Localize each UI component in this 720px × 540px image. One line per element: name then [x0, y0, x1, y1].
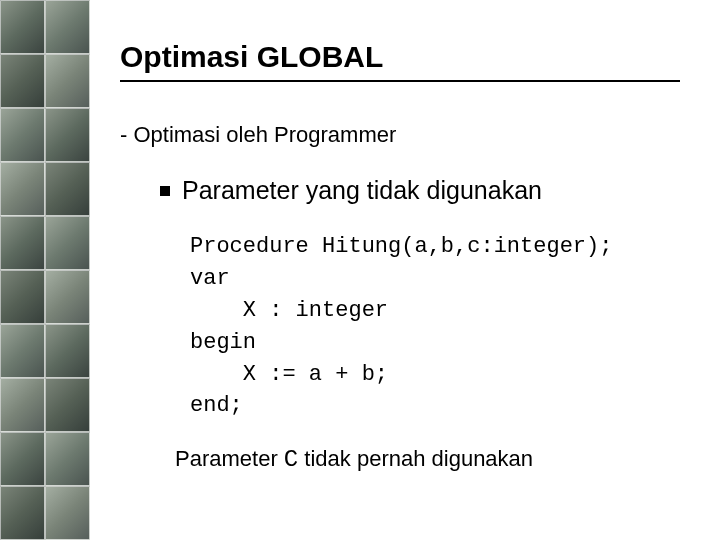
- title-underline: [120, 80, 680, 82]
- code-line: X := a + b;: [190, 362, 388, 387]
- stone-sidebar: [0, 0, 90, 540]
- bullet-item: Parameter yang tidak digunakan: [160, 176, 680, 205]
- code-line: begin: [190, 330, 256, 355]
- code-block: Procedure Hitung(a,b,c:integer); var X :…: [190, 231, 680, 422]
- footnote: Parameter C tidak pernah digunakan: [175, 446, 680, 473]
- footnote-pre: Parameter: [175, 446, 284, 471]
- footnote-code: C: [284, 446, 298, 473]
- bullet-text: Parameter yang tidak digunakan: [182, 176, 542, 205]
- footnote-post: tidak pernah digunakan: [298, 446, 533, 471]
- slide-content: Optimasi GLOBAL - Optimasi oleh Programm…: [90, 0, 720, 540]
- slide-title: Optimasi GLOBAL: [120, 40, 680, 74]
- code-line: var: [190, 266, 230, 291]
- subheading: - Optimasi oleh Programmer: [120, 122, 680, 148]
- code-line: end;: [190, 393, 243, 418]
- code-line: X : integer: [190, 298, 388, 323]
- stone-texture: [0, 0, 90, 540]
- square-bullet-icon: [160, 186, 170, 196]
- code-line: Procedure Hitung(a,b,c:integer);: [190, 234, 612, 259]
